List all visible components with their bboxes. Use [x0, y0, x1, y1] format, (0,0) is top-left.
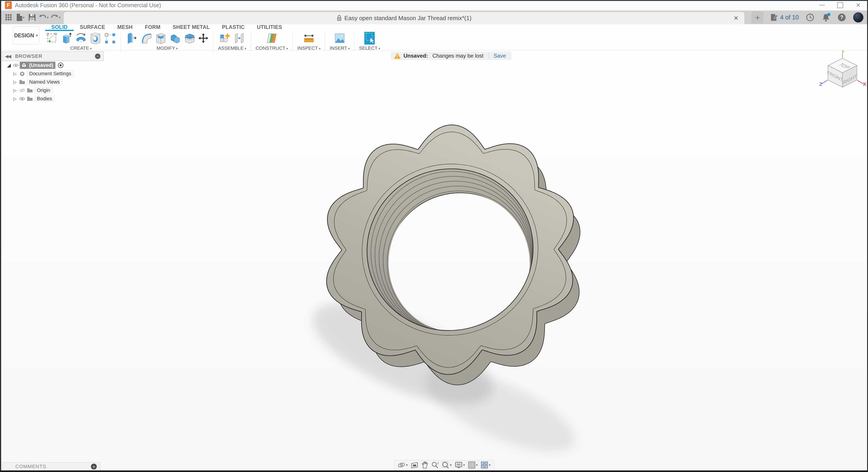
- expand-arrow-icon[interactable]: ▷: [13, 96, 18, 101]
- window-edge: [867, 0, 868, 472]
- navigation-toolbar: ▾ ± ▾: [394, 460, 494, 470]
- add-comment-button[interactable]: ＋: [91, 464, 97, 470]
- insert-group-label[interactable]: INSERT: [330, 45, 350, 51]
- select-group-label[interactable]: SELECT: [359, 45, 380, 51]
- group-insert: INSERT: [328, 31, 352, 51]
- create-group-label[interactable]: CREATE: [70, 45, 92, 51]
- expand-triangle-icon[interactable]: ◢: [7, 62, 12, 68]
- construct-plane-button[interactable]: [266, 32, 278, 44]
- browser-panel: ◀◀ BROWSER − ◢ (Unsaved) ▷: [2, 52, 104, 103]
- joint-button[interactable]: [233, 32, 246, 44]
- minimize-button[interactable]: [818, 1, 826, 9]
- select-button[interactable]: [363, 32, 376, 44]
- tab-form[interactable]: FORM: [138, 24, 166, 31]
- create-sketch-button[interactable]: [46, 32, 58, 44]
- look-at-button[interactable]: [410, 461, 419, 469]
- comments-title: COMMENTS: [16, 464, 46, 470]
- pan-hand-icon: [421, 461, 428, 469]
- new-tab-button[interactable]: ＋: [751, 11, 763, 23]
- split-body-icon: [184, 32, 195, 44]
- app-grid-button[interactable]: [4, 12, 13, 22]
- save-link[interactable]: Save: [494, 53, 506, 59]
- tab-surface[interactable]: SURFACE: [74, 24, 111, 31]
- view-cube[interactable]: TOP FRONT RIGHT Y Z X: [819, 50, 866, 94]
- hole-icon: [90, 32, 101, 44]
- job-status-button[interactable]: [806, 13, 815, 22]
- revolve-button[interactable]: [74, 32, 87, 44]
- redo-button[interactable]: ▾: [51, 12, 61, 22]
- shell-button[interactable]: [154, 32, 167, 44]
- tab-solid[interactable]: SOLID: [45, 24, 74, 31]
- unsaved-label: Unsaved:: [403, 53, 428, 59]
- hole-button[interactable]: [89, 32, 102, 44]
- insert-button[interactable]: [333, 32, 346, 44]
- undo-button[interactable]: ▾: [39, 12, 49, 22]
- document-edit-icon: [770, 13, 778, 21]
- document-counter[interactable]: 4 of 10: [770, 13, 799, 21]
- expand-arrow-icon[interactable]: ▷: [13, 79, 18, 85]
- fit-icon: [442, 461, 450, 469]
- document-tab[interactable]: Easy open standard Mason Jar Thread remi…: [64, 12, 744, 24]
- group-create: CREATE: [43, 31, 119, 51]
- browser-item-origin[interactable]: ▷ Origin: [2, 86, 104, 95]
- inspect-group-label[interactable]: INSPECT: [297, 45, 320, 51]
- ribbon-tools: CREATE: [43, 31, 382, 52]
- browser-item-bodies[interactable]: ▷ Bodies: [2, 95, 104, 103]
- orbit-button[interactable]: ▾: [397, 461, 409, 469]
- tab-bar-right-controls: ＋ 4 of 10: [744, 11, 868, 24]
- save-button[interactable]: [27, 12, 37, 22]
- minimize-panel-icon[interactable]: −: [95, 54, 100, 59]
- workspace-selector[interactable]: DESIGN: [13, 27, 39, 44]
- viewports-caret-icon: ▾: [489, 463, 491, 467]
- zoom-button[interactable]: ±: [430, 461, 440, 469]
- tab-sheet-metal[interactable]: SHEET METAL: [166, 24, 216, 31]
- browser-root-row[interactable]: ◢ (Unsaved): [2, 61, 104, 69]
- activate-component-radio[interactable]: [58, 62, 64, 68]
- tab-utilities[interactable]: UTILITIES: [251, 24, 288, 31]
- display-settings-button[interactable]: ▾: [454, 461, 466, 469]
- construct-group-label[interactable]: CONSTRUCT: [255, 45, 288, 51]
- move-button[interactable]: [198, 32, 209, 44]
- help-button[interactable]: ?: [837, 13, 846, 22]
- pan-button[interactable]: [420, 461, 429, 469]
- collapse-panel-icon[interactable]: ◀◀: [5, 54, 11, 59]
- close-tab-button[interactable]: ✕: [733, 15, 739, 22]
- split-body-button[interactable]: [183, 32, 196, 44]
- window-title: Autodesk Fusion 360 (Personal - Not for …: [15, 2, 161, 9]
- pattern-button[interactable]: [103, 32, 116, 44]
- quick-access-toolbar: ▾ ▾ ▾: [0, 11, 64, 24]
- browser-item-named-views[interactable]: ▷ Named Views: [2, 78, 104, 86]
- tab-mesh[interactable]: MESH: [111, 24, 139, 31]
- modify-group-label[interactable]: MODIFY: [156, 45, 178, 51]
- browser-item-document-settings[interactable]: ▷ Document Settings: [2, 70, 104, 78]
- file-menu-button[interactable]: ▾: [16, 12, 25, 22]
- mason-jar-thread-ring-model[interactable]: [301, 97, 604, 459]
- fillet-button[interactable]: [140, 32, 153, 44]
- close-button[interactable]: ✕: [855, 1, 862, 9]
- group-assemble: ASSEMBLE: [216, 31, 249, 51]
- construction-plane-icon: [266, 32, 278, 44]
- document-counter-text: 4 of 10: [780, 14, 799, 21]
- user-avatar[interactable]: [853, 12, 864, 23]
- visibility-eye-icon[interactable]: [18, 97, 26, 101]
- visibility-eye-off-icon[interactable]: [18, 88, 26, 93]
- item-label: Document Settings: [26, 70, 74, 77]
- combine-button[interactable]: [169, 32, 182, 44]
- comments-panel[interactable]: COMMENTS ＋: [2, 462, 100, 471]
- ribbon-toolbar: DESIGN SOLID SURFACE MESH FORM SHEET MET…: [0, 24, 868, 50]
- root-component[interactable]: (Unsaved): [20, 62, 55, 69]
- grid-settings-button[interactable]: ▾: [467, 461, 479, 469]
- press-pull-button[interactable]: [126, 32, 138, 44]
- viewports-button[interactable]: ▾: [480, 461, 492, 469]
- assemble-group-label[interactable]: ASSEMBLE: [218, 45, 246, 51]
- notifications-button[interactable]: [822, 13, 831, 22]
- expand-arrow-icon[interactable]: ▷: [13, 88, 18, 93]
- fit-button[interactable]: ▾: [440, 461, 453, 469]
- new-component-button[interactable]: [218, 32, 231, 44]
- visibility-eye-icon[interactable]: [12, 63, 20, 67]
- expand-arrow-icon[interactable]: ▷: [13, 71, 18, 76]
- maximize-button[interactable]: [836, 1, 844, 9]
- measure-button[interactable]: [303, 32, 315, 44]
- extrude-button[interactable]: [60, 32, 73, 44]
- tab-plastic[interactable]: PLASTIC: [216, 24, 251, 31]
